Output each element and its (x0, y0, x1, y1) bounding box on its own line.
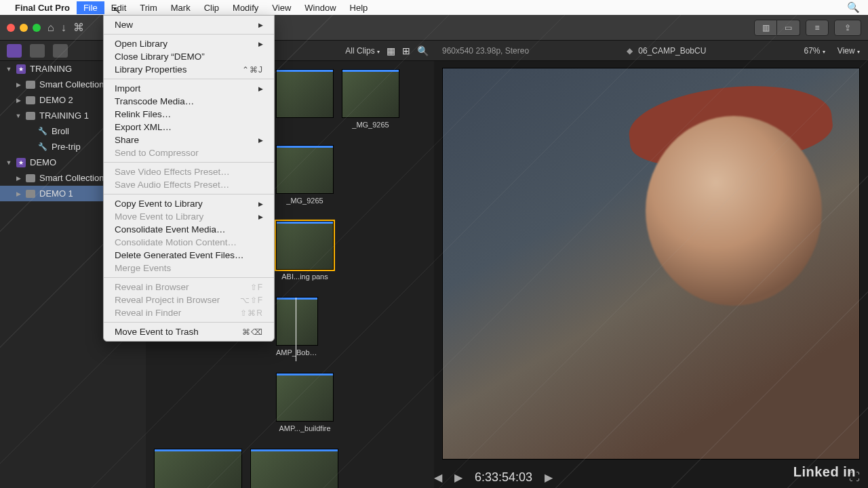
library-star-icon: ★ (16, 64, 26, 74)
clip-resolution-info: 960x540 23.98p, Stereo (442, 46, 529, 56)
menu-item[interactable]: Open Library (104, 37, 274, 50)
menu-item[interactable]: Delete Generated Event Files… (104, 249, 274, 262)
share-button[interactable]: ⇪ (834, 20, 861, 36)
view-menu-dropdown[interactable]: View ▾ (837, 46, 860, 56)
linkedin-watermark: Linked in (793, 464, 856, 480)
menu-item[interactable]: New (104, 18, 274, 31)
menu-item[interactable]: Import (104, 82, 274, 95)
spotlight-search-icon[interactable]: 🔍 (847, 1, 860, 14)
clip-thumbnail[interactable] (276, 297, 318, 346)
viewer-panel: ◀ ▶ 6:33:54:03 ▶ ⛶ (434, 61, 868, 488)
titles-sidebar-icon[interactable] (53, 44, 68, 58)
clip-item[interactable]: _MG_9265 (276, 145, 334, 205)
clip-thumbnail[interactable] (276, 221, 334, 270)
menu-item-label: Merge Events (115, 263, 171, 273)
keyword-wrench-icon: 🔧 (38, 142, 47, 151)
clip-marker-icon: ◆ (627, 46, 633, 56)
menu-item-label: Move Event to Trash (115, 327, 199, 337)
clip-item[interactable]: ABI...ing pans (276, 221, 334, 281)
grid-layout-icon[interactable]: ▦ (387, 45, 395, 56)
menu-item: Move Event to Library (104, 210, 274, 223)
close-window-icon[interactable] (7, 24, 15, 32)
keyword-tag-icon[interactable]: ⌘ (73, 21, 84, 34)
clip-thumbnail[interactable] (276, 69, 334, 118)
file-menu-dropdown: NewOpen LibraryClose Library “DEMO”Libra… (103, 15, 275, 342)
menu-clip[interactable]: Clip (197, 1, 226, 14)
clip-item[interactable]: _MG_9265 (342, 69, 399, 129)
menu-item-label: New (115, 20, 133, 30)
play-button[interactable]: ▶ (454, 471, 462, 484)
clip-item[interactable]: AMP..._buildfire (276, 373, 334, 432)
search-icon[interactable]: 🔍 (417, 45, 429, 56)
sidebar-item-label: Smart Collection (39, 79, 104, 89)
library-sidebar-icon[interactable] (7, 44, 22, 58)
menu-item-label: Import (115, 83, 140, 94)
clip-item[interactable]: AMP_BobCU (276, 297, 318, 357)
menu-help[interactable]: Help (343, 1, 375, 14)
clip-appearance-button[interactable]: ≡ (806, 20, 829, 36)
menu-item-label: Relink Files… (115, 109, 171, 119)
next-edit-button[interactable]: ▶ (545, 471, 553, 484)
menu-item[interactable]: Close Library “DEMO” (104, 50, 274, 63)
menu-item[interactable]: Library Properties⌃⌘J (104, 63, 274, 76)
photos-sidebar-icon[interactable] (30, 44, 45, 58)
clip-item[interactable] (276, 69, 334, 129)
folder-icon (26, 96, 35, 104)
menu-edit[interactable]: Edit (104, 1, 133, 14)
menu-item-label: Delete Generated Event Files… (115, 250, 244, 260)
menu-item[interactable]: Copy Event to Library (104, 197, 274, 210)
clip-filter-dropdown[interactable]: All Clips ▾ (345, 46, 380, 56)
menu-item[interactable]: Share (104, 134, 274, 146)
menu-file[interactable]: File (77, 1, 104, 14)
menu-item[interactable]: Export XML… (104, 121, 274, 134)
menu-item[interactable]: Move Event to Trash⌘⌫ (104, 325, 274, 338)
clip-item[interactable]: 06_CAMP..._tracking (250, 449, 338, 488)
menu-item-label: Open Library (115, 39, 167, 49)
sidebar-item-label: TRAINING (30, 64, 72, 74)
group-icon[interactable]: ⊞ (402, 45, 410, 56)
clip-thumbnail[interactable] (154, 449, 242, 488)
filmstrip-view-button[interactable]: ▭ (777, 20, 800, 36)
menu-item[interactable]: Consolidate Event Media… (104, 223, 274, 236)
menu-item-label: Export XML… (115, 122, 172, 132)
zoom-level-dropdown[interactable]: 67% ▾ (804, 46, 825, 56)
sidebar-item-label: TRAINING 1 (39, 110, 89, 121)
timecode-display: 6:33:54:03 (475, 470, 532, 485)
key-icon[interactable]: ⌂ (47, 22, 54, 34)
menu-item[interactable]: Relink Files… (104, 108, 274, 121)
clip-label: AMP_BobCU (276, 348, 318, 357)
import-down-icon[interactable]: ↓ (61, 22, 66, 34)
menu-item-label: Close Library “DEMO” (115, 52, 205, 62)
clip-thumbnail[interactable] (276, 145, 334, 194)
clip-item[interactable]: 06_CAMP...fire_pans (154, 449, 242, 488)
clip-label: ABI...ing pans (276, 272, 334, 281)
minimize-window-icon[interactable] (20, 24, 28, 32)
menu-modify[interactable]: Modify (226, 1, 265, 14)
menu-window[interactable]: Window (298, 1, 342, 14)
menu-view[interactable]: View (265, 1, 298, 14)
playhead-indicator[interactable] (296, 298, 296, 361)
sidebar-item-label: DEMO 1 (39, 188, 73, 199)
prev-edit-button[interactable]: ◀ (434, 471, 442, 484)
viewer-canvas[interactable] (442, 68, 860, 460)
menu-item-label: Consolidate Event Media… (115, 224, 226, 235)
window-traffic-lights[interactable] (7, 24, 41, 32)
clip-label: _MG_9265 (342, 121, 399, 129)
menu-trim[interactable]: Trim (133, 1, 164, 14)
menu-item: Reveal in Browser⇧F (104, 281, 274, 293)
sidebar-item-label: DEMO (30, 157, 56, 167)
menu-item[interactable]: Transcode Media… (104, 95, 274, 108)
clip-thumbnail[interactable] (250, 449, 338, 488)
menu-shortcut: ⇧⌘R (240, 308, 263, 318)
menu-item-label: Copy Event to Library (115, 199, 203, 209)
clip-thumbnail[interactable] (342, 69, 399, 118)
zoom-window-icon[interactable] (33, 24, 41, 32)
clip-label: AMP..._buildfire (276, 424, 334, 432)
menu-item-label: Reveal in Finder (115, 308, 181, 318)
menu-item: Consolidate Motion Content… (104, 236, 274, 249)
clip-thumbnail[interactable] (276, 373, 334, 422)
list-view-button[interactable]: ▥ (754, 20, 777, 36)
library-star-icon: ★ (16, 158, 26, 167)
menu-shortcut: ⌥⇧F (240, 296, 263, 305)
menu-mark[interactable]: Mark (164, 1, 197, 14)
